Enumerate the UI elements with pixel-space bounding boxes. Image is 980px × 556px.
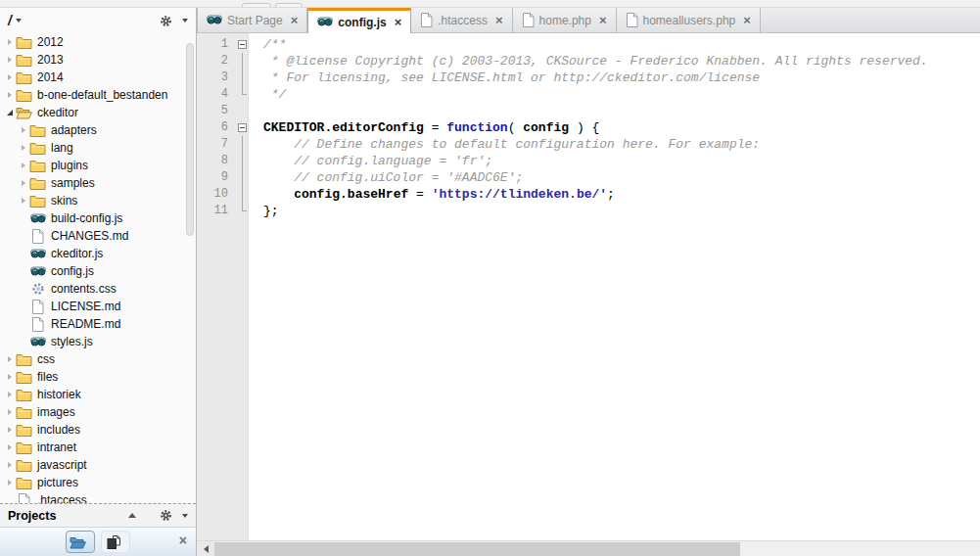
- expander-collapsed-icon[interactable]: [4, 480, 16, 486]
- explorer-vertical-scrollbar[interactable]: [186, 35, 194, 544]
- editor-tab-bar: Start Page×config.js×.htaccess×home.php×…: [197, 8, 980, 33]
- tree-item-javascript[interactable]: javascript: [0, 456, 196, 474]
- show-folders-toggle-button[interactable]: [66, 531, 95, 553]
- expander-collapsed-icon[interactable]: [18, 180, 29, 186]
- tab-start-page[interactable]: Start Page×: [197, 8, 307, 32]
- folder-icon: [16, 352, 32, 367]
- expander-expanded-icon[interactable]: [4, 110, 16, 116]
- code-line[interactable]: 1/**: [197, 36, 980, 53]
- collapse-panel-icon[interactable]: [128, 513, 136, 518]
- projects-settings-button[interactable]: [158, 508, 188, 523]
- expander-collapsed-icon[interactable]: [4, 356, 16, 362]
- root-path-selector[interactable]: /: [8, 13, 22, 28]
- tree-item-css[interactable]: css: [0, 350, 196, 368]
- tree-item-lang[interactable]: lang: [0, 139, 196, 157]
- tab-close-button[interactable]: ×: [395, 17, 402, 28]
- folder-icon: [16, 458, 32, 473]
- expander-collapsed-icon[interactable]: [18, 162, 29, 168]
- tree-item-license-md[interactable]: LICENSE.md: [0, 298, 196, 315]
- explorer-settings-button[interactable]: [158, 14, 188, 28]
- tab-close-button[interactable]: ×: [495, 15, 503, 26]
- fold-collapse-icon[interactable]: [236, 119, 249, 136]
- tree-item-readme-md[interactable]: README.md: [0, 315, 196, 333]
- line-number: 11: [197, 203, 236, 219]
- tree-item-contents-css[interactable]: contents.css: [0, 280, 196, 298]
- line-number: 4: [197, 86, 236, 103]
- tree-item-build-config-js[interactable]: build-config.js: [0, 209, 196, 227]
- expander-collapsed-icon[interactable]: [4, 374, 16, 380]
- code-line[interactable]: 7 // Define changes to default configura…: [197, 136, 980, 153]
- code-line[interactable]: 9 // config.uiColor = '#AADC6E';: [197, 169, 980, 186]
- fold-collapse-icon[interactable]: [236, 36, 249, 53]
- scroll-left-button[interactable]: [197, 541, 214, 556]
- line-number: 2: [197, 53, 236, 70]
- tab-close-button[interactable]: ×: [743, 15, 751, 26]
- editor-area: Start Page×config.js×.htaccess×home.php×…: [197, 8, 980, 556]
- tree-item-plugins[interactable]: plugins: [0, 157, 196, 174]
- tab-config-js[interactable]: config.js×: [307, 8, 411, 33]
- expander-collapsed-icon[interactable]: [18, 145, 29, 151]
- tree-item-files[interactable]: files: [0, 368, 196, 386]
- tree-item-adapters[interactable]: adapters: [0, 121, 196, 139]
- projects-panel-header[interactable]: Projects: [0, 503, 196, 527]
- tab-home-php[interactable]: home.php×: [513, 8, 617, 32]
- tree-item-changes-md[interactable]: CHANGES.md: [0, 227, 196, 245]
- code-lines[interactable]: 1/**2 * @license Copyright (c) 2003-2013…: [197, 36, 980, 219]
- tree-item-styles-js[interactable]: styles.js: [0, 333, 196, 350]
- tab-close-button[interactable]: ×: [599, 15, 607, 26]
- expander-collapsed-icon[interactable]: [18, 198, 29, 204]
- tab-close-button[interactable]: ×: [291, 15, 299, 26]
- expander-collapsed-icon[interactable]: [4, 444, 16, 450]
- folder-icon: [29, 194, 46, 208]
- tree-item-intranet[interactable]: intranet: [0, 439, 196, 456]
- scrollbar-thumb[interactable]: [186, 43, 194, 236]
- code-line[interactable]: 4 */: [197, 86, 980, 103]
- tree-item-images[interactable]: images: [0, 403, 196, 421]
- editor-horizontal-scrollbar[interactable]: [197, 540, 980, 556]
- tab-homeallusers-php[interactable]: homeallusers.php×: [617, 8, 761, 32]
- tree-item-config-js[interactable]: config.js: [0, 262, 196, 280]
- tab--htaccess[interactable]: .htaccess×: [411, 8, 512, 32]
- tree-item--htaccess[interactable]: .htaccess: [0, 491, 196, 503]
- tab-label: home.php: [539, 14, 591, 27]
- code-text: config.baseHref = 'https://tlindeken.be/…: [249, 186, 615, 203]
- expander-collapsed-icon[interactable]: [4, 39, 16, 45]
- tab-label: config.js: [338, 16, 386, 29]
- tree-item-includes[interactable]: includes: [0, 421, 196, 439]
- expander-collapsed-icon[interactable]: [4, 74, 16, 80]
- expander-collapsed-icon[interactable]: [4, 392, 16, 397]
- tree-item-2013[interactable]: 2013: [0, 51, 196, 69]
- tree-item-historiek[interactable]: historiek: [0, 386, 196, 403]
- copy-files-button[interactable]: [101, 531, 130, 553]
- gear-icon: [158, 508, 174, 523]
- code-line[interactable]: 3 * For licensing, see LICENSE.html or h…: [197, 70, 980, 86]
- code-line[interactable]: 8 // config.language = 'fr';: [197, 153, 980, 169]
- tree-item-2014[interactable]: 2014: [0, 69, 196, 86]
- code-line[interactable]: 11};: [197, 203, 980, 219]
- code-line[interactable]: 10 config.baseHref = 'https://tlindeken.…: [197, 186, 980, 203]
- code-text: [249, 103, 263, 119]
- file-tree: 201220132014b-one-default_bestandenckedi…: [0, 33, 196, 503]
- expander-collapsed-icon[interactable]: [4, 409, 16, 415]
- expander-collapsed-icon[interactable]: [4, 92, 16, 98]
- tree-item-label: build-config.js: [51, 211, 122, 225]
- code-line[interactable]: 2 * @license Copyright (c) 2003-2013, CK…: [197, 53, 980, 70]
- fold-guide: [236, 169, 249, 186]
- code-line[interactable]: 5: [197, 103, 980, 119]
- code-line[interactable]: 6CKEDITOR.editorConfig = function( confi…: [197, 119, 980, 136]
- expander-collapsed-icon[interactable]: [4, 462, 16, 468]
- tree-item-ckeditor[interactable]: ckeditor: [0, 104, 196, 121]
- expander-collapsed-icon[interactable]: [4, 57, 16, 63]
- scrollbar-thumb[interactable]: [214, 542, 740, 556]
- code-editor[interactable]: 1/**2 * @license Copyright (c) 2003-2013…: [197, 33, 980, 556]
- projects-panel-title: Projects: [8, 509, 56, 523]
- tree-item-samples[interactable]: samples: [0, 174, 196, 192]
- tree-item-2012[interactable]: 2012: [0, 33, 196, 51]
- tree-item-ckeditor-js[interactable]: ckeditor.js: [0, 245, 196, 262]
- expander-collapsed-icon[interactable]: [18, 127, 29, 133]
- tree-item-b-one-default-bestanden[interactable]: b-one-default_bestanden: [0, 86, 196, 104]
- tree-item-skins[interactable]: skins: [0, 192, 196, 209]
- expander-collapsed-icon[interactable]: [4, 427, 16, 433]
- tree-item-pictures[interactable]: pictures: [0, 474, 196, 491]
- line-number: 5: [197, 103, 236, 119]
